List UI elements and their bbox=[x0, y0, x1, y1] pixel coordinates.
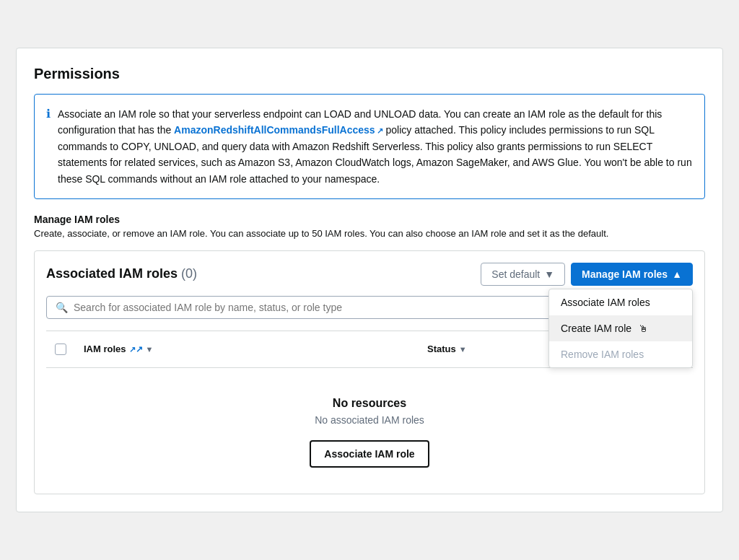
manage-iam-roles-caret: ▲ bbox=[672, 268, 682, 280]
table-actions: Set default ▼ Manage IAM roles ▲ Associa… bbox=[481, 263, 693, 286]
col-status-label: Status bbox=[427, 344, 456, 354]
page-container: Permissions ℹ Associate an IAM role so t… bbox=[16, 48, 723, 512]
col-header-iam-roles: IAM roles ↗ ▼ bbox=[75, 331, 419, 367]
set-default-caret: ▼ bbox=[544, 268, 554, 280]
info-icon: ℹ bbox=[46, 107, 51, 121]
table-header-row: Associated IAM roles (0) Set default ▼ M… bbox=[46, 263, 693, 286]
table-title-text: Associated IAM roles bbox=[46, 266, 178, 281]
section-title: Manage IAM roles bbox=[34, 214, 705, 225]
cursor-icon: 🖱 bbox=[639, 323, 648, 334]
table-container: Associated IAM roles (0) Set default ▼ M… bbox=[34, 250, 705, 494]
info-box: ℹ Associate an IAM role so that your ser… bbox=[34, 94, 705, 199]
header-checkbox[interactable] bbox=[55, 344, 66, 355]
table-title-count: (0) bbox=[181, 266, 197, 281]
search-icon: 🔍 bbox=[56, 302, 68, 313]
no-resources-desc: No associated IAM roles bbox=[46, 414, 693, 426]
section-desc: Create, associate, or remove an IAM role… bbox=[34, 228, 705, 239]
page-title: Permissions bbox=[34, 66, 705, 82]
associate-iam-role-button[interactable]: Associate IAM role bbox=[310, 440, 429, 468]
dropdown-create-iam-role[interactable]: Create IAM role 🖱 bbox=[549, 315, 692, 341]
no-resources-title: No resources bbox=[46, 397, 693, 410]
set-default-label: Set default bbox=[491, 268, 540, 280]
col-iam-roles-label: IAM roles bbox=[84, 344, 126, 354]
dropdown-associate-iam-roles[interactable]: Associate IAM roles bbox=[549, 289, 692, 315]
table-title: Associated IAM roles (0) bbox=[46, 266, 197, 281]
iam-policy-link[interactable]: AmazonRedshiftAllCommandsFullAccess↗ bbox=[174, 124, 383, 136]
external-link-icon: ↗ bbox=[377, 126, 383, 135]
status-sort-icon[interactable]: ▼ bbox=[459, 345, 467, 354]
col-header-checkbox bbox=[46, 331, 75, 367]
iam-roles-external-icon[interactable]: ↗ bbox=[129, 344, 143, 354]
manage-iam-roles-label: Manage IAM roles bbox=[582, 268, 668, 280]
no-resources-container: No resources No associated IAM roles Ass… bbox=[46, 368, 693, 482]
dropdown-remove-iam-roles: Remove IAM roles bbox=[549, 341, 692, 367]
info-text: Associate an IAM role so that your serve… bbox=[58, 106, 693, 187]
manage-iam-roles-button[interactable]: Manage IAM roles ▲ bbox=[571, 263, 693, 286]
manage-roles-wrapper: Manage IAM roles ▲ Associate IAM roles C… bbox=[571, 263, 693, 286]
iam-roles-sort-icon[interactable]: ▼ bbox=[146, 345, 154, 354]
manage-iam-roles-dropdown: Associate IAM roles Create IAM role 🖱 Re… bbox=[548, 289, 693, 368]
set-default-button[interactable]: Set default ▼ bbox=[481, 263, 565, 286]
